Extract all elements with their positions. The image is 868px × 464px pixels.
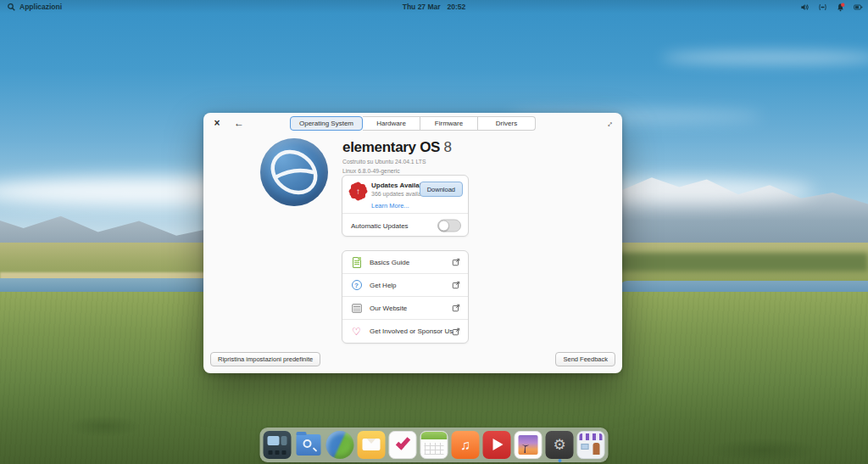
dock-item-files[interactable] <box>295 431 323 459</box>
learn-more-link[interactable]: Learn More... <box>371 202 409 210</box>
notifications-icon[interactable] <box>836 3 845 12</box>
desktop: Applicazioni Thu 27 Mar 20:52 <box>0 0 868 464</box>
external-link-icon <box>452 327 460 336</box>
applications-menu-label: Applicazioni <box>19 3 62 11</box>
dock-item-photos[interactable] <box>515 431 542 459</box>
os-title: elementary OS 8 <box>342 139 478 156</box>
automatic-updates-label: Automatic Updates <box>351 221 409 229</box>
datetime-indicator[interactable]: Thu 27 Mar 20:52 <box>403 3 466 11</box>
links-card: Basics Guide ? Get Help Ou <box>342 250 469 344</box>
tab-hardware[interactable]: Hardware <box>363 116 420 131</box>
close-icon[interactable]: × <box>210 116 224 130</box>
back-icon[interactable]: ← <box>232 116 246 130</box>
help-icon: ? <box>351 280 362 291</box>
tasks-icon <box>390 432 391 433</box>
updates-card: ↑ Updates Available 366 updates availabl… <box>342 175 469 237</box>
dock-item-web-browser[interactable] <box>326 431 354 459</box>
link-our-website[interactable]: Our Website <box>342 297 468 320</box>
updates-row: ↑ Updates Available 366 updates availabl… <box>342 176 468 214</box>
cloud <box>661 51 868 64</box>
top-panel: Applicazioni Thu 27 Mar 20:52 <box>0 0 868 14</box>
network-icon[interactable] <box>818 3 827 12</box>
updates-badge-icon: ↑ <box>350 183 366 199</box>
notification-badge <box>841 3 844 6</box>
automatic-updates-row: Automatic Updates <box>342 214 468 237</box>
dock-item-videos[interactable] <box>483 431 511 459</box>
external-link-icon <box>452 304 460 312</box>
battery-icon[interactable] <box>854 3 863 12</box>
link-get-help[interactable]: ? Get Help <box>342 274 468 297</box>
videos-icon <box>483 431 484 432</box>
link-basics-guide[interactable]: Basics Guide <box>342 251 468 274</box>
dock-item-calendar[interactable] <box>420 431 448 459</box>
volume-icon[interactable] <box>800 3 810 12</box>
download-button[interactable]: Download <box>420 182 463 197</box>
tab-drivers[interactable]: Drivers <box>478 116 536 131</box>
dock: ♫ ⚙ <box>260 428 609 462</box>
files-icon <box>295 431 296 432</box>
automatic-updates-toggle[interactable] <box>437 219 461 232</box>
web-browser-icon <box>326 431 327 432</box>
appcenter-icon <box>578 432 579 433</box>
elementary-logo <box>260 138 328 206</box>
tab-operating-system[interactable]: Operating System <box>290 116 363 131</box>
link-get-involved[interactable]: ♡ Get Involved or Sponsor Us <box>342 320 468 343</box>
panel-time: 20:52 <box>448 3 466 11</box>
heart-icon: ♡ <box>351 326 362 337</box>
external-link-icon <box>452 258 460 266</box>
os-name: elementary OS <box>342 139 440 155</box>
applications-menu[interactable]: Applicazioni <box>0 3 62 12</box>
toggle-knob <box>438 220 449 231</box>
dock-item-settings[interactable]: ⚙ <box>546 431 574 459</box>
tab-bar: Operating System Hardware Firmware Drive… <box>290 116 536 131</box>
dock-item-tasks[interactable] <box>389 431 417 459</box>
os-header: elementary OS 8 Costruito su Ubuntu 24.0… <box>342 139 478 175</box>
globe-icon <box>351 303 362 314</box>
dock-item-music[interactable]: ♫ <box>452 431 480 459</box>
document-icon <box>351 257 362 268</box>
panel-date: Thu 27 Mar <box>403 3 441 11</box>
external-link-icon <box>452 281 460 289</box>
photos-icon <box>515 432 516 433</box>
running-indicator <box>558 459 561 462</box>
system-indicators <box>800 3 863 12</box>
dock-item-multitasking[interactable] <box>264 431 292 459</box>
dock-item-appcenter[interactable] <box>577 431 605 459</box>
multitasking-icon <box>264 431 264 432</box>
system-settings-window: × ← Operating System Hardware Firmware D… <box>203 113 622 373</box>
os-version: 8 <box>444 139 452 155</box>
os-kernel: Linux 6.8.0-49-generic <box>342 167 478 175</box>
send-feedback-button[interactable]: Send Feedback <box>555 352 615 366</box>
search-icon <box>7 3 16 12</box>
titlebar[interactable]: × ← Operating System Hardware Firmware D… <box>203 113 622 133</box>
maximize-icon[interactable]: ↔ <box>599 114 619 133</box>
mail-icon <box>358 431 359 432</box>
tab-firmware[interactable]: Firmware <box>420 116 478 131</box>
restore-defaults-button[interactable]: Ripristina impostazioni predefinite <box>210 352 320 366</box>
os-built-on: Costruito su Ubuntu 24.04.1 LTS <box>342 158 478 165</box>
dock-item-mail[interactable] <box>358 431 386 459</box>
